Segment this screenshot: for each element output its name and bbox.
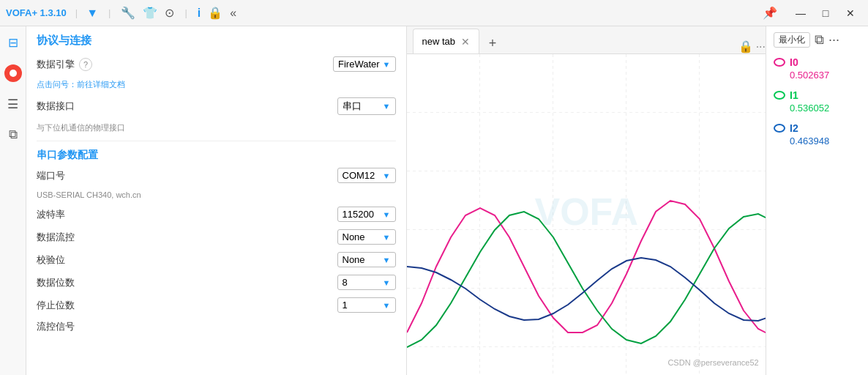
- stop-bits-label: 停止位数: [37, 299, 75, 312]
- sidebar-title: 协议与连接: [37, 34, 396, 48]
- data-bits-select[interactable]: 8 ▼: [337, 275, 396, 290]
- data-engine-label: 数据引擎: [37, 58, 75, 71]
- flow-select[interactable]: None ▼: [337, 229, 396, 245]
- stop-bits-row: 停止位数 1 ▼: [37, 297, 396, 313]
- channel-label-i0[interactable]: I0: [790, 56, 798, 68]
- tab-add-button[interactable]: +: [482, 33, 503, 53]
- maximize-button[interactable]: □: [814, 3, 837, 23]
- chart-svg: VOFA CSDN @perseverance52: [407, 54, 766, 375]
- window-controls: — □ ✕: [789, 3, 862, 23]
- parity-row: 校验位 None ▼: [37, 252, 396, 267]
- port-row: 端口号 COM12 ▼: [37, 168, 396, 183]
- tab-more-button[interactable]: ···: [756, 40, 766, 53]
- data-interface-sublabel: 与下位机通信的物理接口: [37, 122, 396, 133]
- flow-row: 数据流控 None ▼: [37, 229, 396, 245]
- data-interface-label: 数据接口: [37, 100, 75, 113]
- parity-select[interactable]: None ▼: [337, 252, 396, 267]
- flow-label: 数据流控: [37, 231, 75, 244]
- data-bits-label: 数据位数: [37, 276, 75, 289]
- right-panel: 最小化 ⧉ ··· I0 0.502637 I1 0.536052 I2 0.4…: [766, 26, 868, 375]
- watermark-text: VOFA: [534, 190, 638, 233]
- minimize-button[interactable]: —: [789, 3, 812, 23]
- stop-bits-select[interactable]: 1 ▼: [337, 297, 396, 313]
- toolbar-icons: ▼ | 🔧 👕 ⊙ | i 🔒 «: [86, 6, 236, 20]
- app-title: VOFA+ 1.3.10: [6, 7, 67, 18]
- channel-value-i0: 0.502637: [774, 70, 861, 81]
- baud-arrow: ▼: [383, 210, 391, 219]
- nav-connect-icon[interactable]: ⊟: [3, 32, 23, 53]
- nav-record-icon[interactable]: [3, 63, 23, 83]
- channels-container: I0 0.502637 I1 0.536052 I2 0.463948: [774, 56, 861, 155]
- tab-bar: new tab ✕ + 🔒 ···: [407, 26, 766, 54]
- port-label: 端口号: [37, 169, 65, 182]
- channel-value-i2: 0.463948: [774, 135, 861, 146]
- data-bits-row: 数据位数 8 ▼: [37, 275, 396, 290]
- port-select[interactable]: COM12 ▼: [337, 168, 396, 183]
- nav-strip: ⊟ ☰ ⧉: [0, 26, 26, 375]
- expand-icon[interactable]: «: [230, 7, 236, 20]
- logo-icon[interactable]: ▼: [86, 7, 98, 20]
- tab-label: new tab: [422, 36, 456, 47]
- port-sublabel: USB-SERIAL CH340, wch.cn: [37, 190, 396, 199]
- clothes-icon[interactable]: 👕: [143, 6, 157, 20]
- channel-i0: I0 0.502637: [774, 56, 861, 81]
- channel-eye-i1[interactable]: [774, 91, 785, 100]
- flow-signal-label: 流控信号: [37, 320, 75, 333]
- nav-menu-icon[interactable]: ☰: [3, 94, 23, 114]
- data-bits-arrow: ▼: [383, 278, 391, 287]
- data-engine-help[interactable]: ?: [79, 58, 92, 71]
- baud-row: 波特率 115200 ▼: [37, 207, 396, 222]
- flow-arrow: ▼: [383, 233, 391, 242]
- parity-label: 校验位: [37, 253, 65, 267]
- chart-credit-text: CSDN @perseverance52: [667, 358, 758, 367]
- fingerprint-icon[interactable]: 🔒: [208, 6, 222, 20]
- tab-close-button[interactable]: ✕: [461, 36, 470, 48]
- wrench-icon[interactable]: 🔧: [121, 6, 135, 20]
- channel-value-i1: 0.536052: [774, 103, 861, 114]
- data-engine-row: 数据引擎 ? FireWater ▼: [37, 56, 396, 72]
- pin-icon[interactable]: 📌: [763, 6, 777, 20]
- data-engine-arrow: ▼: [383, 60, 391, 69]
- right-top-bar: 最小化 ⧉ ···: [774, 32, 861, 48]
- minimize-panel-button[interactable]: 最小化: [774, 32, 810, 48]
- channel-i2: I2 0.463948: [774, 122, 861, 146]
- channel-eye-i2[interactable]: [774, 124, 785, 133]
- data-engine-select[interactable]: FireWater ▼: [333, 56, 395, 72]
- right-more-button[interactable]: ···: [828, 32, 839, 48]
- channel-label-i2[interactable]: I2: [790, 122, 798, 134]
- serial-config-title: 串口参数配置: [37, 149, 396, 162]
- port-arrow: ▼: [383, 171, 391, 180]
- data-interface-row: 数据接口 串口 ▼: [37, 97, 396, 115]
- channel-label-i1[interactable]: I1: [790, 89, 798, 101]
- sidebar: 协议与连接 数据引擎 ? FireWater ▼ 点击问号：前往详细文档 数据接…: [26, 26, 407, 375]
- baud-label: 波特率: [37, 208, 65, 221]
- center-content: new tab ✕ + 🔒 ···: [407, 26, 766, 375]
- data-interface-select[interactable]: 串口 ▼: [337, 97, 396, 115]
- title-bar: VOFA+ 1.3.10 | ▼ | 🔧 👕 ⊙ | i 🔒 « 📌 — □ ✕: [0, 0, 868, 26]
- close-button[interactable]: ✕: [839, 3, 862, 23]
- channel-i1: I1 0.536052: [774, 89, 861, 114]
- right-layers-icon[interactable]: ⧉: [815, 32, 824, 48]
- info-icon[interactable]: i: [198, 7, 201, 20]
- baud-select[interactable]: 115200 ▼: [337, 207, 396, 222]
- tab-lock-icon[interactable]: 🔒: [738, 40, 753, 53]
- stop-bits-arrow: ▼: [383, 301, 391, 310]
- nav-layers-icon[interactable]: ⧉: [3, 125, 23, 145]
- channel-eye-i0[interactable]: [774, 58, 785, 67]
- data-interface-arrow: ▼: [383, 102, 391, 111]
- chart-area: VOFA CSDN @perseverance52: [407, 54, 766, 375]
- flow-signal-row: 流控信号: [37, 320, 396, 333]
- data-engine-link[interactable]: 点击问号：前往详细文档: [37, 79, 396, 90]
- target-icon[interactable]: ⊙: [165, 6, 174, 20]
- parity-arrow: ▼: [383, 256, 391, 264]
- tab-new-tab[interactable]: new tab ✕: [413, 29, 480, 53]
